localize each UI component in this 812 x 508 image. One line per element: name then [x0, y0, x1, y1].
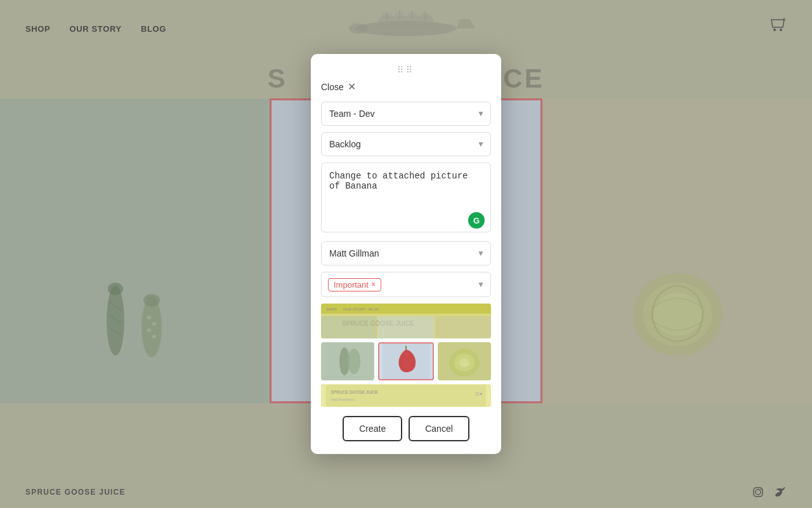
svg-point-48: [406, 353, 409, 356]
screenshot-main-svg: SHOP OUR STORY BLOG SPRUCE GOOSE JUICE: [321, 304, 491, 338]
screenshots-section: SHOP OUR STORY BLOG SPRUCE GOOSE JUICE: [321, 304, 491, 407]
tags-input[interactable]: Important ×: [321, 272, 491, 297]
screenshot-main[interactable]: SHOP OUR STORY BLOG SPRUCE GOOSE JUICE: [321, 304, 491, 338]
thumb-cucumber-svg: [321, 342, 374, 380]
svg-rect-42: [435, 316, 491, 338]
create-task-modal: ⠿⠿ Close ✕ Team - Dev ▼ Backlog ▼ Change…: [311, 54, 501, 454]
thumb-chili-svg: [379, 344, 433, 379]
assignee-select[interactable]: Matt Gillman: [321, 241, 491, 265]
thumb-cabbage-svg: [438, 342, 491, 380]
svg-point-45: [348, 349, 360, 374]
screenshot-bottom-bar[interactable]: SPRUCE GOOSE JUICE img/shop/story... ⊡▾: [321, 384, 491, 407]
close-label: Close: [321, 82, 344, 92]
screenshot-bottom-svg: SPRUCE GOOSE JUICE img/shop/story... ⊡▾: [326, 384, 486, 407]
screenshot-thumbnails: [321, 342, 491, 380]
svg-text:BLOG: BLOG: [369, 307, 379, 311]
svg-rect-40: [321, 316, 377, 338]
svg-rect-54: [326, 385, 486, 406]
svg-text:SPRUCE GOOSE JUICE: SPRUCE GOOSE JUICE: [331, 390, 379, 394]
modal-actions: Create Cancel: [321, 416, 491, 441]
tag-remove-icon[interactable]: ×: [371, 280, 376, 289]
team-field: Team - Dev ▼: [321, 102, 491, 126]
tag-important: Important ×: [328, 278, 381, 291]
thumb-cucumber[interactable]: [321, 342, 374, 380]
svg-text:img/shop/story...: img/shop/story...: [331, 398, 357, 401]
textarea-wrapper: Change to attached picture of Banana G: [321, 163, 491, 235]
team-select-wrapper[interactable]: Team - Dev ▼: [321, 102, 491, 126]
task-textarea[interactable]: Change to attached picture of Banana: [321, 163, 491, 232]
svg-rect-38: [384, 305, 428, 312]
thumb-chili[interactable]: [378, 342, 434, 380]
thumb-cabbage[interactable]: [438, 342, 491, 380]
svg-text:SHOP: SHOP: [326, 307, 337, 311]
svg-point-49: [403, 361, 406, 364]
backlog-select[interactable]: Backlog: [321, 132, 491, 156]
team-select[interactable]: Team - Dev: [321, 102, 491, 126]
create-button[interactable]: Create: [343, 416, 402, 441]
cancel-button[interactable]: Cancel: [409, 416, 469, 441]
close-button[interactable]: Close ✕: [321, 81, 491, 93]
assignee-select-wrapper[interactable]: Matt Gillman ▼: [321, 241, 491, 265]
backlog-field: Backlog ▼: [321, 132, 491, 156]
tags-field: Important × ▼: [321, 272, 491, 297]
svg-text:⊡▾: ⊡▾: [475, 391, 482, 397]
task-description-field: Change to attached picture of Banana G: [321, 163, 491, 235]
svg-point-53: [459, 358, 469, 367]
svg-rect-41: [378, 316, 434, 338]
tag-important-label: Important: [334, 280, 369, 290]
backlog-select-wrapper[interactable]: Backlog ▼: [321, 132, 491, 156]
svg-text:OUR STORY: OUR STORY: [343, 307, 365, 311]
tags-wrapper[interactable]: Important × ▼: [321, 272, 491, 297]
drag-handle: ⠿⠿: [321, 64, 491, 76]
close-x-icon: ✕: [348, 81, 356, 93]
assignee-field: Matt Gillman ▼: [321, 241, 491, 265]
